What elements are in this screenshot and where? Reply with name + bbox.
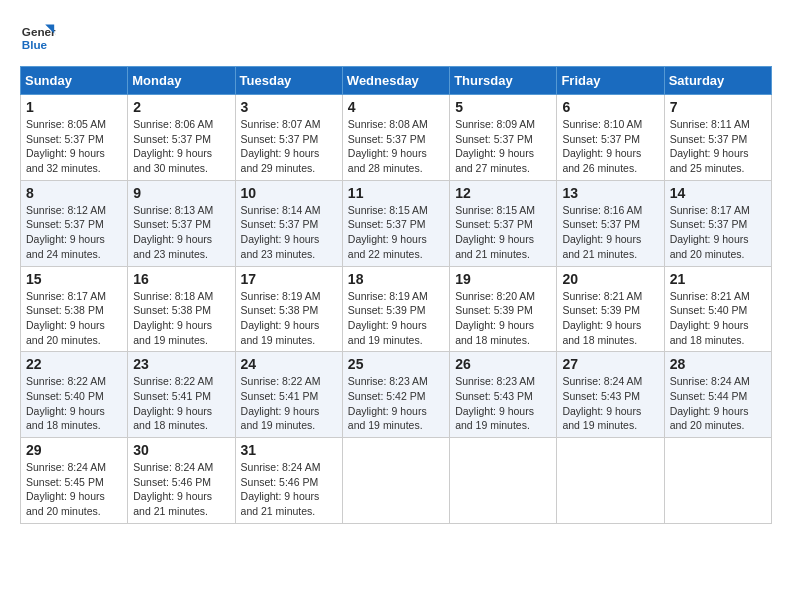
calendar-cell: 21 Sunrise: 8:21 AM Sunset: 5:40 PM Dayl…: [664, 266, 771, 352]
day-number: 16: [133, 271, 229, 287]
day-number: 11: [348, 185, 444, 201]
sunset-label: Sunset: 5:44 PM: [670, 390, 748, 402]
day-number: 2: [133, 99, 229, 115]
sunrise-label: Sunrise: 8:10 AM: [562, 118, 642, 130]
calendar-cell: 7 Sunrise: 8:11 AM Sunset: 5:37 PM Dayli…: [664, 95, 771, 181]
calendar-cell: 12 Sunrise: 8:15 AM Sunset: 5:37 PM Dayl…: [450, 180, 557, 266]
calendar-cell: [557, 438, 664, 524]
sunset-label: Sunset: 5:37 PM: [455, 218, 533, 230]
day-header-friday: Friday: [557, 67, 664, 95]
sunset-label: Sunset: 5:37 PM: [348, 218, 426, 230]
sunrise-label: Sunrise: 8:08 AM: [348, 118, 428, 130]
day-number: 31: [241, 442, 337, 458]
day-number: 8: [26, 185, 122, 201]
day-info: Sunrise: 8:07 AM Sunset: 5:37 PM Dayligh…: [241, 117, 337, 176]
sunset-label: Sunset: 5:37 PM: [133, 218, 211, 230]
day-number: 12: [455, 185, 551, 201]
calendar-cell: 20 Sunrise: 8:21 AM Sunset: 5:39 PM Dayl…: [557, 266, 664, 352]
calendar-cell: 19 Sunrise: 8:20 AM Sunset: 5:39 PM Dayl…: [450, 266, 557, 352]
calendar-cell: 31 Sunrise: 8:24 AM Sunset: 5:46 PM Dayl…: [235, 438, 342, 524]
daylight-label: Daylight: 9 hours and 21 minutes.: [133, 490, 212, 517]
daylight-label: Daylight: 9 hours and 20 minutes.: [670, 405, 749, 432]
sunset-label: Sunset: 5:39 PM: [562, 304, 640, 316]
day-info: Sunrise: 8:24 AM Sunset: 5:46 PM Dayligh…: [241, 460, 337, 519]
daylight-label: Daylight: 9 hours and 18 minutes.: [562, 319, 641, 346]
calendar-cell: 18 Sunrise: 8:19 AM Sunset: 5:39 PM Dayl…: [342, 266, 449, 352]
daylight-label: Daylight: 9 hours and 23 minutes.: [241, 233, 320, 260]
calendar-cell: [664, 438, 771, 524]
day-info: Sunrise: 8:11 AM Sunset: 5:37 PM Dayligh…: [670, 117, 766, 176]
day-info: Sunrise: 8:18 AM Sunset: 5:38 PM Dayligh…: [133, 289, 229, 348]
logo: General Blue: [20, 20, 60, 56]
calendar-cell: 29 Sunrise: 8:24 AM Sunset: 5:45 PM Dayl…: [21, 438, 128, 524]
sunrise-label: Sunrise: 8:11 AM: [670, 118, 750, 130]
daylight-label: Daylight: 9 hours and 19 minutes.: [455, 405, 534, 432]
day-number: 6: [562, 99, 658, 115]
day-info: Sunrise: 8:12 AM Sunset: 5:37 PM Dayligh…: [26, 203, 122, 262]
calendar-table: SundayMondayTuesdayWednesdayThursdayFrid…: [20, 66, 772, 524]
day-info: Sunrise: 8:21 AM Sunset: 5:40 PM Dayligh…: [670, 289, 766, 348]
day-number: 19: [455, 271, 551, 287]
calendar-cell: 22 Sunrise: 8:22 AM Sunset: 5:40 PM Dayl…: [21, 352, 128, 438]
sunset-label: Sunset: 5:37 PM: [562, 133, 640, 145]
calendar-cell: 11 Sunrise: 8:15 AM Sunset: 5:37 PM Dayl…: [342, 180, 449, 266]
day-number: 15: [26, 271, 122, 287]
sunrise-label: Sunrise: 8:22 AM: [26, 375, 106, 387]
day-number: 23: [133, 356, 229, 372]
day-header-thursday: Thursday: [450, 67, 557, 95]
sunset-label: Sunset: 5:42 PM: [348, 390, 426, 402]
daylight-label: Daylight: 9 hours and 26 minutes.: [562, 147, 641, 174]
sunrise-label: Sunrise: 8:12 AM: [26, 204, 106, 216]
daylight-label: Daylight: 9 hours and 29 minutes.: [241, 147, 320, 174]
daylight-label: Daylight: 9 hours and 19 minutes.: [562, 405, 641, 432]
daylight-label: Daylight: 9 hours and 24 minutes.: [26, 233, 105, 260]
sunrise-label: Sunrise: 8:22 AM: [133, 375, 213, 387]
sunrise-label: Sunrise: 8:23 AM: [455, 375, 535, 387]
day-info: Sunrise: 8:14 AM Sunset: 5:37 PM Dayligh…: [241, 203, 337, 262]
calendar-cell: 1 Sunrise: 8:05 AM Sunset: 5:37 PM Dayli…: [21, 95, 128, 181]
day-header-tuesday: Tuesday: [235, 67, 342, 95]
daylight-label: Daylight: 9 hours and 19 minutes.: [348, 405, 427, 432]
calendar-cell: 23 Sunrise: 8:22 AM Sunset: 5:41 PM Dayl…: [128, 352, 235, 438]
sunrise-label: Sunrise: 8:13 AM: [133, 204, 213, 216]
daylight-label: Daylight: 9 hours and 32 minutes.: [26, 147, 105, 174]
daylight-label: Daylight: 9 hours and 19 minutes.: [133, 319, 212, 346]
day-number: 7: [670, 99, 766, 115]
day-number: 17: [241, 271, 337, 287]
daylight-label: Daylight: 9 hours and 18 minutes.: [133, 405, 212, 432]
calendar-cell: 3 Sunrise: 8:07 AM Sunset: 5:37 PM Dayli…: [235, 95, 342, 181]
sunrise-label: Sunrise: 8:07 AM: [241, 118, 321, 130]
sunrise-label: Sunrise: 8:09 AM: [455, 118, 535, 130]
calendar-cell: 5 Sunrise: 8:09 AM Sunset: 5:37 PM Dayli…: [450, 95, 557, 181]
calendar-week-row: 22 Sunrise: 8:22 AM Sunset: 5:40 PM Dayl…: [21, 352, 772, 438]
day-info: Sunrise: 8:24 AM Sunset: 5:43 PM Dayligh…: [562, 374, 658, 433]
day-number: 14: [670, 185, 766, 201]
day-info: Sunrise: 8:22 AM Sunset: 5:41 PM Dayligh…: [241, 374, 337, 433]
day-info: Sunrise: 8:16 AM Sunset: 5:37 PM Dayligh…: [562, 203, 658, 262]
day-number: 4: [348, 99, 444, 115]
day-number: 24: [241, 356, 337, 372]
sunrise-label: Sunrise: 8:19 AM: [348, 290, 428, 302]
day-number: 28: [670, 356, 766, 372]
day-number: 1: [26, 99, 122, 115]
sunset-label: Sunset: 5:38 PM: [133, 304, 211, 316]
sunrise-label: Sunrise: 8:18 AM: [133, 290, 213, 302]
sunrise-label: Sunrise: 8:17 AM: [670, 204, 750, 216]
sunset-label: Sunset: 5:37 PM: [26, 218, 104, 230]
daylight-label: Daylight: 9 hours and 21 minutes.: [562, 233, 641, 260]
day-info: Sunrise: 8:24 AM Sunset: 5:45 PM Dayligh…: [26, 460, 122, 519]
page-header: General Blue: [20, 20, 772, 56]
day-number: 13: [562, 185, 658, 201]
daylight-label: Daylight: 9 hours and 21 minutes.: [455, 233, 534, 260]
sunrise-label: Sunrise: 8:15 AM: [348, 204, 428, 216]
calendar-cell: 14 Sunrise: 8:17 AM Sunset: 5:37 PM Dayl…: [664, 180, 771, 266]
calendar-week-row: 15 Sunrise: 8:17 AM Sunset: 5:38 PM Dayl…: [21, 266, 772, 352]
calendar-week-row: 8 Sunrise: 8:12 AM Sunset: 5:37 PM Dayli…: [21, 180, 772, 266]
sunset-label: Sunset: 5:37 PM: [562, 218, 640, 230]
calendar-cell: 17 Sunrise: 8:19 AM Sunset: 5:38 PM Dayl…: [235, 266, 342, 352]
day-info: Sunrise: 8:09 AM Sunset: 5:37 PM Dayligh…: [455, 117, 551, 176]
calendar-cell: 4 Sunrise: 8:08 AM Sunset: 5:37 PM Dayli…: [342, 95, 449, 181]
sunset-label: Sunset: 5:41 PM: [241, 390, 319, 402]
calendar-week-row: 29 Sunrise: 8:24 AM Sunset: 5:45 PM Dayl…: [21, 438, 772, 524]
day-number: 18: [348, 271, 444, 287]
